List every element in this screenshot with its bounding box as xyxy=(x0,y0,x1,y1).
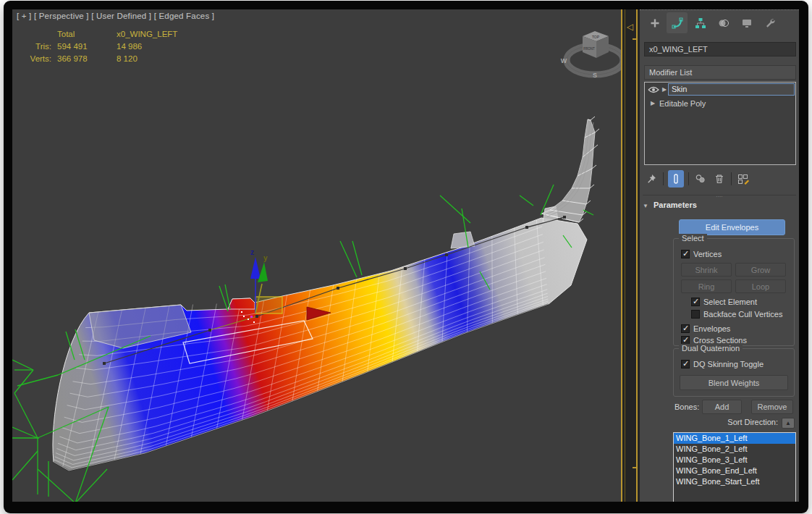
parameters-rollout-header[interactable]: ▼Parameters xyxy=(643,201,796,212)
stack-row-skin[interactable]: ▶ Skin xyxy=(645,83,795,96)
select-group-legend: Select xyxy=(679,234,707,243)
tab-motion[interactable] xyxy=(713,12,734,33)
show-end-result-icon[interactable] xyxy=(668,170,684,188)
bone-list-item[interactable]: WING_Bone_3_Left xyxy=(674,455,795,465)
viewcube-west[interactable]: W xyxy=(561,57,567,64)
select-group: Select Vertices Shrink Grow Ring Loop Se… xyxy=(673,238,795,346)
configure-modifier-sets-icon[interactable] xyxy=(736,170,750,188)
splitter-tick xyxy=(633,467,637,468)
pin-stack-icon[interactable] xyxy=(644,170,659,188)
perspective-viewport[interactable]: z y W E S TOP FRONT xyxy=(12,9,621,502)
hierarchy-icon xyxy=(695,17,706,29)
winglet-mesh[interactable] xyxy=(541,117,599,222)
splitter-line-right xyxy=(636,9,638,502)
rollout-divider[interactable]: ···· xyxy=(643,195,796,198)
stats-verts-label: Verts: xyxy=(21,53,57,65)
remove-modifier-trash-icon[interactable] xyxy=(712,170,727,188)
stats-tris-total: 594 491 xyxy=(57,41,117,53)
blend-weights-button[interactable]: Blend Weights xyxy=(680,375,788,390)
shrink-button[interactable]: Shrink xyxy=(681,263,732,277)
display-icon xyxy=(741,17,753,29)
object-name-field[interactable]: x0_WING_LEFT xyxy=(644,42,796,56)
loop-button[interactable]: Loop xyxy=(735,279,786,293)
make-unique-icon[interactable] xyxy=(693,170,708,188)
wing-mesh[interactable] xyxy=(53,206,587,471)
splitter-line xyxy=(625,9,625,502)
panel-collapse-arrow-icon[interactable]: ◁ xyxy=(627,22,633,31)
stats-tris-label: Tris: xyxy=(21,41,57,53)
tab-create[interactable] xyxy=(644,12,665,33)
modifier-stack: ▶ Skin ▶ Editable Poly xyxy=(644,82,796,165)
bone-list-item[interactable]: WING_Bone_Start_Left xyxy=(674,476,795,487)
envelopes-checkbox[interactable] xyxy=(681,324,690,333)
backface-cull-vertices-label: Backface Cull Vertices xyxy=(703,310,782,319)
cross-sections-label: Cross Sections xyxy=(693,336,747,345)
parameters-title: Parameters xyxy=(654,201,697,209)
wing-tab-1 xyxy=(228,298,255,309)
envelopes-label: Envelopes xyxy=(693,324,730,333)
ring-button[interactable]: Ring xyxy=(681,279,732,293)
statistics-overlay: Total x0_WING_LEFT Tris: 594 491 14 986 … xyxy=(21,28,203,65)
sort-direction-label: Sort Direction: xyxy=(727,418,778,426)
modify-icon xyxy=(672,17,683,29)
splitter-tick xyxy=(633,38,637,40)
gizmo-y-label: y xyxy=(263,254,268,262)
bones-label: Bones: xyxy=(674,403,699,411)
expand-arrow-icon[interactable]: ▶ xyxy=(661,86,668,93)
tab-modify[interactable] xyxy=(667,12,688,33)
sort-direction-button[interactable]: ▲ xyxy=(782,418,795,429)
modifier-list-dropdown[interactable]: Modifier List xyxy=(644,65,796,80)
edit-envelopes-button[interactable]: Edit Envelopes xyxy=(679,219,785,235)
viewcube-front-label: FRONT xyxy=(583,47,595,51)
dq-skinning-toggle-label: DQ Skinning Toggle xyxy=(693,360,764,368)
bone-list-item[interactable]: WING_Bone_End_Left xyxy=(674,465,795,476)
panel-splitter[interactable]: ◁ xyxy=(621,9,640,502)
backface-cull-vertices-checkbox[interactable] xyxy=(691,310,700,319)
tab-hierarchy[interactable] xyxy=(690,12,711,33)
modifier-skin[interactable]: Skin xyxy=(668,83,795,96)
tab-display[interactable] xyxy=(736,12,757,33)
gizmo-z-label: z xyxy=(250,248,254,256)
expand-arrow-icon[interactable]: ▶ xyxy=(649,100,656,106)
plus-icon xyxy=(649,17,661,29)
stats-header-object: x0_WING_LEFT xyxy=(117,28,203,41)
dq-skinning-toggle-checkbox[interactable] xyxy=(681,360,690,368)
bone-list[interactable]: WING_Bone_1_Left WING_Bone_2_Left WING_B… xyxy=(673,432,796,502)
add-bone-button[interactable]: Add xyxy=(702,400,742,414)
viewcube[interactable]: W E S TOP FRONT xyxy=(561,31,621,79)
tab-utilities[interactable] xyxy=(759,12,780,33)
grow-button[interactable]: Grow xyxy=(735,263,786,277)
wing-tab-2 xyxy=(451,232,475,248)
command-panel: x0_WING_LEFT Modifier List ▶ Skin ▶ Edit… xyxy=(640,9,799,502)
vertices-checkbox[interactable] xyxy=(681,250,690,258)
sort-direction-row: Sort Direction:▲ xyxy=(673,418,795,430)
bone-list-item[interactable]: WING_Bone_2_Left xyxy=(674,444,795,455)
remove-bone-button[interactable]: Remove xyxy=(751,400,793,414)
select-element-checkbox[interactable] xyxy=(691,298,700,306)
stats-tris-object: 14 986 xyxy=(117,41,203,53)
gizmo-z-arrow[interactable] xyxy=(250,257,261,279)
stack-row-editable-poly[interactable]: ▶ Editable Poly xyxy=(645,96,795,110)
bone-list-item[interactable]: WING_Bone_1_Left xyxy=(674,433,795,444)
wrench-icon xyxy=(764,17,776,29)
vertices-label: Vertices xyxy=(693,250,722,258)
selected-vertex[interactable] xyxy=(250,316,253,318)
toolbar-separator xyxy=(688,172,689,185)
select-element-label: Select Element xyxy=(703,298,757,306)
gizmo-xy-plane[interactable] xyxy=(255,297,282,313)
cross-sections-checkbox[interactable] xyxy=(681,336,690,345)
viewcube-top-label: TOP xyxy=(592,35,600,39)
dual-quaternion-legend: Dual Quaternion xyxy=(679,344,743,353)
gizmo-y-arrow[interactable] xyxy=(258,262,268,282)
screenshot-frame: z y W E S TOP FRONT xyxy=(4,1,808,513)
toolbar-separator xyxy=(731,172,732,185)
sort-up-triangle-icon: ▲ xyxy=(785,420,791,426)
toolbar-separator xyxy=(663,172,664,185)
viewcube-south[interactable]: S xyxy=(593,72,597,79)
stats-verts-total: 366 978 xyxy=(57,53,117,65)
rollout-collapse-icon[interactable]: ▼ xyxy=(643,203,648,209)
modifier-editable-poly[interactable]: Editable Poly xyxy=(659,99,706,108)
visibility-eye-icon[interactable] xyxy=(648,85,659,94)
viewport-label[interactable]: [ + ] [ Perspective ] [ User Defined ] [… xyxy=(17,12,214,20)
stack-toolbar xyxy=(644,169,796,189)
